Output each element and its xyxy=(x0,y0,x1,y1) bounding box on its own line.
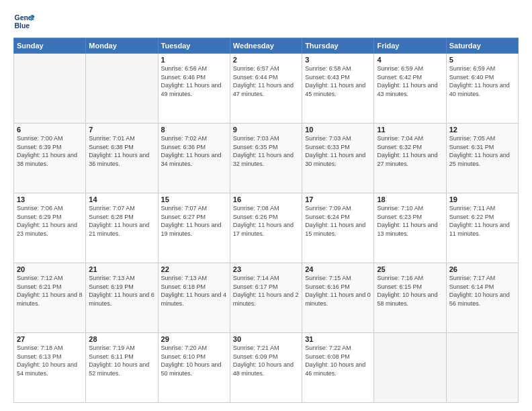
day-info: Sunrise: 7:03 AM Sunset: 6:35 PM Dayligh… xyxy=(233,134,299,168)
calendar-cell xyxy=(86,54,158,124)
weekday-header-thursday: Thursday xyxy=(302,38,374,54)
calendar-week-3: 13Sunrise: 7:06 AM Sunset: 6:29 PM Dayli… xyxy=(14,193,519,263)
calendar-cell: 21Sunrise: 7:13 AM Sunset: 6:19 PM Dayli… xyxy=(86,263,158,333)
day-number: 29 xyxy=(161,335,227,343)
calendar-cell: 4Sunrise: 6:59 AM Sunset: 6:42 PM Daylig… xyxy=(374,54,446,124)
day-info: Sunrise: 7:00 AM Sunset: 6:39 PM Dayligh… xyxy=(17,134,83,168)
day-number: 6 xyxy=(17,126,83,134)
day-info: Sunrise: 7:08 AM Sunset: 6:26 PM Dayligh… xyxy=(233,204,299,238)
day-number: 9 xyxy=(233,126,299,134)
weekday-header-friday: Friday xyxy=(374,38,446,54)
day-info: Sunrise: 6:59 AM Sunset: 6:42 PM Dayligh… xyxy=(377,64,443,98)
day-number: 27 xyxy=(17,335,83,343)
calendar-cell: 25Sunrise: 7:16 AM Sunset: 6:15 PM Dayli… xyxy=(374,263,446,333)
calendar-cell: 22Sunrise: 7:13 AM Sunset: 6:18 PM Dayli… xyxy=(158,263,230,333)
day-info: Sunrise: 7:18 AM Sunset: 6:13 PM Dayligh… xyxy=(17,344,83,377)
day-info: Sunrise: 7:04 AM Sunset: 6:32 PM Dayligh… xyxy=(377,134,443,168)
day-info: Sunrise: 7:10 AM Sunset: 6:23 PM Dayligh… xyxy=(377,204,443,238)
day-info: Sunrise: 7:14 AM Sunset: 6:17 PM Dayligh… xyxy=(233,274,299,308)
day-info: Sunrise: 7:02 AM Sunset: 6:36 PM Dayligh… xyxy=(161,134,227,168)
day-info: Sunrise: 7:22 AM Sunset: 6:08 PM Dayligh… xyxy=(305,344,371,377)
calendar-cell: 19Sunrise: 7:11 AM Sunset: 6:22 PM Dayli… xyxy=(446,193,518,263)
calendar-cell: 23Sunrise: 7:14 AM Sunset: 6:17 PM Dayli… xyxy=(230,263,302,333)
day-number: 19 xyxy=(449,195,515,203)
day-number: 28 xyxy=(89,335,154,343)
day-info: Sunrise: 7:20 AM Sunset: 6:10 PM Dayligh… xyxy=(161,344,227,377)
calendar-cell: 28Sunrise: 7:19 AM Sunset: 6:11 PM Dayli… xyxy=(86,333,158,403)
weekday-header-monday: Monday xyxy=(86,38,158,54)
day-info: Sunrise: 7:07 AM Sunset: 6:27 PM Dayligh… xyxy=(161,204,227,238)
calendar-week-1: 1Sunrise: 6:56 AM Sunset: 6:46 PM Daylig… xyxy=(14,54,519,124)
day-number: 17 xyxy=(305,195,371,203)
calendar-cell: 10Sunrise: 7:03 AM Sunset: 6:33 PM Dayli… xyxy=(302,124,374,193)
calendar-cell: 26Sunrise: 7:17 AM Sunset: 6:14 PM Dayli… xyxy=(446,263,518,333)
calendar-week-5: 27Sunrise: 7:18 AM Sunset: 6:13 PM Dayli… xyxy=(14,333,519,403)
weekday-header-tuesday: Tuesday xyxy=(158,38,230,54)
calendar-cell: 18Sunrise: 7:10 AM Sunset: 6:23 PM Dayli… xyxy=(374,193,446,263)
day-number: 14 xyxy=(89,195,154,203)
calendar-cell: 29Sunrise: 7:20 AM Sunset: 6:10 PM Dayli… xyxy=(158,333,230,403)
logo-icon: General Blue xyxy=(13,11,35,32)
calendar-cell: 2Sunrise: 6:57 AM Sunset: 6:44 PM Daylig… xyxy=(230,54,302,124)
calendar-cell: 8Sunrise: 7:02 AM Sunset: 6:36 PM Daylig… xyxy=(158,124,230,193)
calendar-cell: 15Sunrise: 7:07 AM Sunset: 6:27 PM Dayli… xyxy=(158,193,230,263)
day-number: 15 xyxy=(161,195,227,203)
calendar-cell: 14Sunrise: 7:07 AM Sunset: 6:28 PM Dayli… xyxy=(86,193,158,263)
day-number: 10 xyxy=(305,126,371,134)
day-number: 1 xyxy=(161,56,227,64)
weekday-header-row: SundayMondayTuesdayWednesdayThursdayFrid… xyxy=(14,38,519,54)
calendar-cell: 13Sunrise: 7:06 AM Sunset: 6:29 PM Dayli… xyxy=(14,193,86,263)
day-info: Sunrise: 6:59 AM Sunset: 6:40 PM Dayligh… xyxy=(449,64,515,98)
header: General Blue xyxy=(13,11,519,32)
day-number: 30 xyxy=(233,335,299,343)
calendar-cell: 6Sunrise: 7:00 AM Sunset: 6:39 PM Daylig… xyxy=(14,124,86,193)
calendar-cell: 20Sunrise: 7:12 AM Sunset: 6:21 PM Dayli… xyxy=(14,263,86,333)
day-info: Sunrise: 7:16 AM Sunset: 6:15 PM Dayligh… xyxy=(377,274,443,308)
day-info: Sunrise: 7:17 AM Sunset: 6:14 PM Dayligh… xyxy=(449,274,515,308)
calendar-cell: 5Sunrise: 6:59 AM Sunset: 6:40 PM Daylig… xyxy=(446,54,518,124)
day-info: Sunrise: 7:11 AM Sunset: 6:22 PM Dayligh… xyxy=(449,204,515,238)
calendar: SundayMondayTuesdayWednesdayThursdayFrid… xyxy=(13,38,519,403)
svg-text:Blue: Blue xyxy=(15,22,30,30)
day-number: 21 xyxy=(89,265,154,273)
weekday-header-wednesday: Wednesday xyxy=(230,38,302,54)
weekday-header-sunday: Sunday xyxy=(14,38,86,54)
calendar-cell xyxy=(374,333,446,403)
logo: General Blue xyxy=(13,11,35,32)
day-info: Sunrise: 7:13 AM Sunset: 6:18 PM Dayligh… xyxy=(161,274,227,308)
day-info: Sunrise: 7:09 AM Sunset: 6:24 PM Dayligh… xyxy=(305,204,371,238)
day-info: Sunrise: 6:58 AM Sunset: 6:43 PM Dayligh… xyxy=(305,64,371,98)
calendar-cell xyxy=(446,333,518,403)
day-info: Sunrise: 7:01 AM Sunset: 6:38 PM Dayligh… xyxy=(89,134,154,168)
calendar-cell: 27Sunrise: 7:18 AM Sunset: 6:13 PM Dayli… xyxy=(14,333,86,403)
calendar-cell: 12Sunrise: 7:05 AM Sunset: 6:31 PM Dayli… xyxy=(446,124,518,193)
day-number: 4 xyxy=(377,56,443,64)
day-info: Sunrise: 7:06 AM Sunset: 6:29 PM Dayligh… xyxy=(17,204,83,238)
calendar-cell: 11Sunrise: 7:04 AM Sunset: 6:32 PM Dayli… xyxy=(374,124,446,193)
calendar-cell: 31Sunrise: 7:22 AM Sunset: 6:08 PM Dayli… xyxy=(302,333,374,403)
day-number: 2 xyxy=(233,56,299,64)
day-info: Sunrise: 7:05 AM Sunset: 6:31 PM Dayligh… xyxy=(449,134,515,168)
day-info: Sunrise: 6:56 AM Sunset: 6:46 PM Dayligh… xyxy=(161,64,227,98)
day-number: 18 xyxy=(377,195,443,203)
day-number: 16 xyxy=(233,195,299,203)
day-number: 5 xyxy=(449,56,515,64)
day-info: Sunrise: 7:03 AM Sunset: 6:33 PM Dayligh… xyxy=(305,134,371,168)
calendar-cell: 17Sunrise: 7:09 AM Sunset: 6:24 PM Dayli… xyxy=(302,193,374,263)
day-number: 24 xyxy=(305,265,371,273)
day-number: 3 xyxy=(305,56,371,64)
day-number: 25 xyxy=(377,265,443,273)
calendar-cell: 7Sunrise: 7:01 AM Sunset: 6:38 PM Daylig… xyxy=(86,124,158,193)
day-number: 7 xyxy=(89,126,154,134)
day-number: 22 xyxy=(161,265,227,273)
day-number: 11 xyxy=(377,126,443,134)
day-number: 26 xyxy=(449,265,515,273)
day-number: 31 xyxy=(305,335,371,343)
calendar-week-2: 6Sunrise: 7:00 AM Sunset: 6:39 PM Daylig… xyxy=(14,124,519,193)
day-info: Sunrise: 7:15 AM Sunset: 6:16 PM Dayligh… xyxy=(305,274,371,308)
calendar-cell: 9Sunrise: 7:03 AM Sunset: 6:35 PM Daylig… xyxy=(230,124,302,193)
day-info: Sunrise: 7:19 AM Sunset: 6:11 PM Dayligh… xyxy=(89,344,154,377)
calendar-cell: 24Sunrise: 7:15 AM Sunset: 6:16 PM Dayli… xyxy=(302,263,374,333)
weekday-header-saturday: Saturday xyxy=(446,38,518,54)
page: General Blue SundayMondayTuesdayWednesda… xyxy=(0,0,532,411)
